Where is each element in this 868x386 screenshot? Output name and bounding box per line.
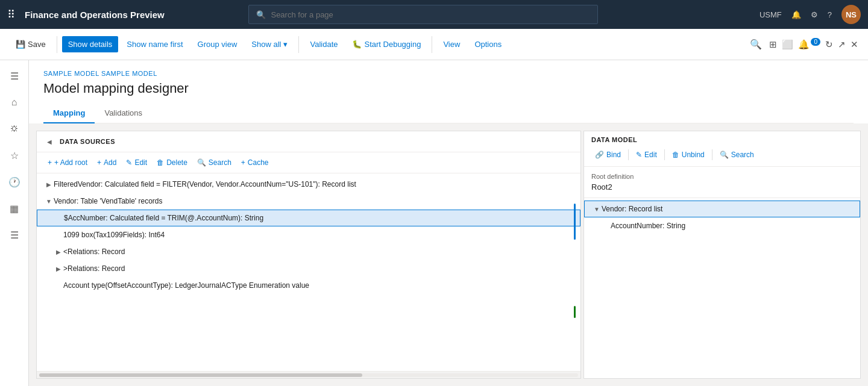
h-scrollbar[interactable] [37, 371, 580, 378]
panel-title: DATA SOURCES [60, 138, 115, 145]
tree-item[interactable]: 1099 box(Tax1099Fields): Int64 [37, 226, 580, 243]
sidebar-modules-icon[interactable]: ☰ [4, 224, 25, 246]
toolbar-right-icons: ⊞ ⬜ 🔔0 ↻ ↗ ✕ [769, 39, 858, 50]
delete-icon: 🗑 [157, 158, 164, 167]
grid-icon[interactable]: ⠿ [7, 8, 15, 21]
dm-separator-3 [712, 149, 712, 160]
notification-badge[interactable]: 🔔0 [798, 39, 820, 50]
close-icon[interactable]: ✕ [851, 39, 858, 50]
search-icon: 🔍 [197, 158, 206, 167]
cache-button[interactable]: + Cache [237, 156, 272, 169]
expand-icon[interactable]: ▶ [54, 247, 63, 257]
search-icon: 🔍 [256, 10, 266, 19]
tree-item[interactable]: ▼ Vendor: Table 'VendTable' records [37, 193, 580, 210]
expand-icon-placeholder [54, 213, 64, 223]
options-button[interactable]: Options [468, 36, 508, 52]
separator-1 [57, 36, 57, 53]
group-view-button[interactable]: Group view [192, 36, 244, 52]
main-layout: ☰ ⌂ ⛭ ☆ 🕐 ▦ ☰ SAMPLE MODEL SAMPLE MODEL … [0, 60, 868, 386]
start-debugging-button[interactable]: 🐛 Start Debugging [346, 36, 427, 52]
sidebar-toggle-icon[interactable]: ☰ [4, 65, 25, 87]
expand-icon[interactable]: ▼ [592, 204, 602, 214]
panel-header: ◀ DATA SOURCES [37, 131, 580, 152]
h-scrollbar-thumb[interactable] [39, 373, 362, 377]
page-header: SAMPLE MODEL SAMPLE MODEL Model mapping … [29, 60, 868, 123]
h-scrollbar-track [39, 373, 578, 377]
panel-collapse-btn[interactable]: ◀ [44, 136, 55, 147]
toolbar-search-icon[interactable]: 🔍 [750, 39, 762, 50]
data-sources-panel: ◀ DATA SOURCES + + Add root + Add ✎ Edit [36, 131, 581, 379]
search-input[interactable] [271, 10, 590, 19]
separator-2 [298, 36, 299, 53]
unbind-button[interactable]: 🗑 Unbind [668, 148, 708, 161]
app-title: Finance and Operations Preview [25, 10, 165, 20]
dm-search-icon: 🔍 [720, 151, 729, 159]
popout-icon[interactable]: ↗ [838, 39, 846, 50]
expand-icon[interactable]: ▼ [44, 196, 54, 206]
search-bar[interactable]: 🔍 [248, 5, 598, 24]
tree-content: ▶ FilteredVendor: Calculated field = FIL… [37, 173, 580, 371]
page-tabs: Mapping Validations [43, 104, 854, 123]
content-area: SAMPLE MODEL SAMPLE MODEL Model mapping … [29, 60, 868, 386]
dm-search-button[interactable]: 🔍 Search [716, 148, 758, 161]
dm-tree-content: ▼ Vendor: Record list AccountNumber: Str… [584, 198, 860, 378]
show-name-first-button[interactable]: Show name first [121, 36, 189, 52]
notification-icon[interactable]: 🔔 [791, 10, 801, 19]
tree-item[interactable]: ▶ FilteredVendor: Calculated field = FIL… [37, 176, 580, 193]
dm-edit-button[interactable]: ✎ Edit [632, 148, 661, 161]
sidebar-workspaces-icon[interactable]: ▦ [4, 198, 25, 219]
search-button[interactable]: 🔍 Search [193, 156, 235, 169]
add-root-button[interactable]: + + Add root [44, 156, 91, 169]
cache-icon: + [241, 158, 245, 167]
data-model-toolbar: 🔗 Bind ✎ Edit 🗑 Unbind [591, 148, 853, 161]
panels-container: ◀ DATA SOURCES + + Add root + Add ✎ Edit [29, 123, 868, 386]
delete-button[interactable]: 🗑 Delete [153, 156, 191, 169]
separator-3 [432, 36, 432, 53]
breadcrumb: SAMPLE MODEL SAMPLE MODEL [43, 70, 854, 77]
expand-icon-placeholder [54, 230, 63, 240]
expand-icon[interactable]: ▶ [54, 264, 63, 273]
dm-separator-1 [628, 149, 629, 160]
vert-indicator-top [574, 204, 576, 240]
validate-button[interactable]: Validate [304, 36, 344, 52]
sidebar-recent-icon[interactable]: 🕐 [4, 171, 25, 193]
tab-mapping[interactable]: Mapping [43, 104, 95, 123]
tree-item-selected[interactable]: $AccNumber: Calculated field = TRIM(@.Ac… [37, 210, 580, 226]
fullscreen-icon[interactable]: ⬜ [782, 39, 793, 50]
expand-icon-placeholder [601, 221, 611, 231]
bind-icon: 🔗 [595, 151, 604, 159]
avatar[interactable]: NS [841, 5, 861, 24]
tab-validations[interactable]: Validations [95, 104, 152, 123]
expand-icon[interactable]: ▶ [44, 179, 54, 189]
sidebar-filter-icon[interactable]: ⛭ [4, 118, 25, 140]
add-icon: + [97, 158, 101, 167]
show-details-button[interactable]: Show details [62, 36, 119, 52]
tree-item[interactable]: Account type(OffsetAccountType): LedgerJ… [37, 277, 580, 294]
root-def-value: Root2 [591, 182, 853, 191]
sidebar-favorites-icon[interactable]: ☆ [4, 145, 25, 166]
edit-icon: ✎ [126, 158, 132, 167]
settings-icon[interactable]: ⚙ [811, 10, 818, 19]
tree-item[interactable]: ▶ >Relations: Record [37, 260, 580, 277]
refresh-icon[interactable]: ↻ [825, 39, 833, 50]
tree-item[interactable]: ▶ <Relations: Record [37, 243, 580, 260]
left-sidebar: ☰ ⌂ ⛭ ☆ 🕐 ▦ ☰ [0, 60, 29, 386]
show-all-button[interactable]: Show all ▾ [245, 36, 294, 52]
unbind-icon: 🗑 [672, 151, 679, 159]
view-button[interactable]: View [437, 36, 466, 52]
dropdown-arrow-icon: ▾ [283, 40, 288, 49]
dm-tree-item-account-number[interactable]: AccountNumber: String [584, 217, 860, 234]
debug-icon: 🐛 [352, 40, 362, 49]
edit-button[interactable]: ✎ Edit [122, 156, 151, 169]
bind-button[interactable]: 🔗 Bind [591, 148, 624, 161]
save-button[interactable]: 💾 Save [10, 36, 52, 52]
dm-tree-item-vendor[interactable]: ▼ Vendor: Record list [584, 201, 860, 217]
root-def-label: Root definition [591, 173, 853, 180]
sidebar-home-icon[interactable]: ⌂ [4, 92, 25, 113]
top-nav: ⠿ Finance and Operations Preview 🔍 USMF … [0, 0, 868, 29]
add-button[interactable]: + Add [93, 156, 120, 169]
dm-separator-2 [664, 149, 665, 160]
help-icon[interactable]: ? [828, 10, 832, 19]
data-model-panel: DATA MODEL 🔗 Bind ✎ Edit 🗑 [583, 131, 861, 379]
personalize-icon[interactable]: ⊞ [769, 39, 777, 50]
